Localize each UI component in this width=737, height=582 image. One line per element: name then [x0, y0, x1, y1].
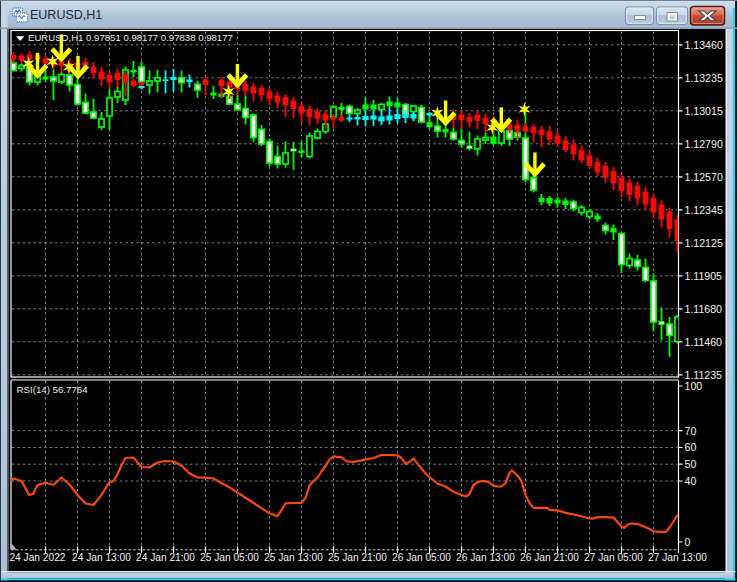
svg-text:0: 0	[685, 536, 691, 548]
svg-text:60: 60	[685, 441, 697, 453]
svg-text:1.13235: 1.13235	[685, 72, 723, 84]
svg-text:1.12345: 1.12345	[685, 204, 723, 216]
svg-text:1.13460: 1.13460	[685, 39, 723, 51]
svg-text:70: 70	[685, 425, 697, 437]
svg-text:26 Jan 13:00: 26 Jan 13:00	[456, 552, 515, 563]
svg-text:24 Jan 21:00: 24 Jan 21:00	[136, 552, 195, 563]
svg-text:EURUSD,H1: EURUSD,H1	[30, 8, 102, 22]
svg-text:1.11460: 1.11460	[685, 336, 723, 348]
svg-text:1.12570: 1.12570	[685, 171, 723, 183]
svg-text:1.12790: 1.12790	[685, 138, 723, 150]
svg-text:26 Jan 21:00: 26 Jan 21:00	[520, 552, 579, 563]
svg-text:27 Jan 13:00: 27 Jan 13:00	[648, 552, 707, 563]
svg-text:26 Jan 05:00: 26 Jan 05:00	[392, 552, 451, 563]
svg-text:RSI(14) 56.7764: RSI(14) 56.7764	[17, 384, 89, 395]
svg-text:1.11905: 1.11905	[685, 270, 723, 282]
svg-text:27 Jan 05:00: 27 Jan 05:00	[584, 552, 643, 563]
svg-text:24 Jan 2022: 24 Jan 2022	[9, 552, 65, 563]
svg-text:1.11235: 1.11235	[685, 369, 723, 381]
svg-text:24 Jan 13:00: 24 Jan 13:00	[72, 552, 131, 563]
svg-text:100: 100	[685, 380, 703, 392]
svg-text:1.11680: 1.11680	[685, 303, 723, 315]
svg-text:50: 50	[685, 458, 697, 470]
svg-text:1.13015: 1.13015	[685, 105, 723, 117]
svg-text:25 Jan 13:00: 25 Jan 13:00	[264, 552, 323, 563]
svg-text:1.12125: 1.12125	[685, 237, 723, 249]
svg-text:40: 40	[685, 475, 697, 487]
svg-text:25 Jan 21:00: 25 Jan 21:00	[328, 552, 387, 563]
svg-text:25 Jan 05:00: 25 Jan 05:00	[200, 552, 259, 563]
svg-text:EURUSD,H1 0.97851 0.98177 0.9: EURUSD,H1 0.97851 0.98177 0.97838 0.9817…	[28, 32, 233, 43]
